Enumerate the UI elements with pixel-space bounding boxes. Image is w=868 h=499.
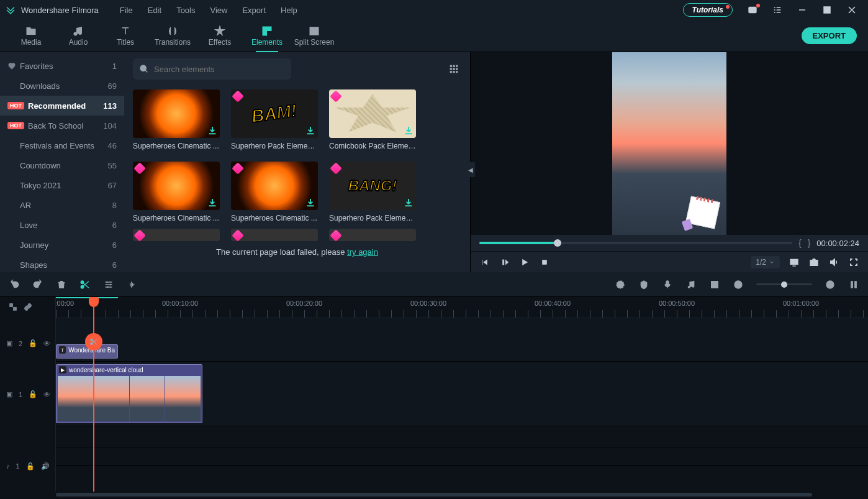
track-audio[interactable] bbox=[56, 447, 868, 466]
menu-export[interactable]: Export bbox=[236, 3, 272, 17]
track-video[interactable]: ▶wondershare-vertical cloud bbox=[56, 362, 868, 426]
tab-transitions[interactable]: Transitions bbox=[149, 20, 196, 52]
category-item[interactable]: HOTRecommended113 bbox=[0, 96, 124, 116]
tutorials-button[interactable]: Tutorials bbox=[683, 3, 733, 17]
search-input[interactable] bbox=[154, 65, 285, 74]
adjust-icon[interactable] bbox=[103, 279, 114, 290]
preview-ratio-select[interactable]: 1/2 bbox=[751, 256, 780, 268]
element-card[interactable] bbox=[133, 229, 220, 241]
category-item[interactable]: Shapes6 bbox=[0, 255, 124, 272]
category-sidebar[interactable]: Favorites1Downloads69HOTRecommended113HO… bbox=[0, 52, 124, 272]
maximize-button[interactable] bbox=[816, 0, 838, 20]
playhead[interactable] bbox=[93, 297, 94, 492]
category-item[interactable]: Favorites1 bbox=[0, 56, 124, 76]
timeline-tracks[interactable]: 00:00:00:0000:00:10:0000:00:20:0000:00:3… bbox=[56, 297, 868, 492]
preview-viewport[interactable] bbox=[471, 52, 868, 235]
menu-help[interactable]: Help bbox=[274, 3, 304, 17]
prev-frame-button[interactable] bbox=[479, 257, 491, 268]
track-add-icon[interactable] bbox=[9, 303, 17, 313]
preview-display-icon[interactable] bbox=[789, 257, 800, 268]
try-again-link[interactable]: try again bbox=[347, 247, 378, 257]
sidebar-collapse-arrow[interactable]: ◀ bbox=[466, 162, 475, 177]
delete-icon[interactable] bbox=[56, 279, 67, 290]
element-card[interactable]: BANG!Superhero Pack Elemen... bbox=[329, 162, 416, 222]
timeline-horizontal-scrollbar[interactable] bbox=[0, 492, 868, 498]
lock-icon[interactable]: 🔓 bbox=[29, 339, 37, 347]
eye-icon[interactable]: 👁 bbox=[43, 340, 50, 347]
element-card[interactable]: BAM!Superhero Pack Elemen... bbox=[231, 89, 318, 150]
category-item[interactable]: Downloads69 bbox=[0, 76, 124, 96]
download-icon[interactable] bbox=[305, 126, 315, 135]
stop-button[interactable] bbox=[539, 257, 550, 268]
category-item[interactable]: Journey6 bbox=[0, 235, 124, 255]
split-icon[interactable] bbox=[79, 279, 91, 290]
lock-icon[interactable]: 🔓 bbox=[29, 390, 37, 398]
mark-out-icon[interactable]: } bbox=[808, 238, 811, 248]
link-icon[interactable] bbox=[24, 303, 32, 313]
track-title[interactable]: TWondershare Ba bbox=[56, 318, 868, 362]
preview-progress-slider[interactable] bbox=[479, 242, 792, 244]
category-item[interactable]: Tokyo 202167 bbox=[0, 175, 124, 195]
crop-icon[interactable] bbox=[709, 279, 720, 290]
play-pause-button[interactable] bbox=[499, 257, 510, 268]
download-icon[interactable] bbox=[305, 198, 315, 208]
element-card[interactable] bbox=[329, 229, 416, 241]
category-item[interactable]: Festivals and Events46 bbox=[0, 135, 124, 155]
tab-media[interactable]: Media bbox=[7, 20, 55, 52]
element-card[interactable] bbox=[231, 229, 318, 241]
messages-icon[interactable] bbox=[741, 0, 764, 20]
category-count: 55 bbox=[108, 161, 117, 170]
tasks-icon[interactable] bbox=[766, 0, 789, 20]
zoom-slider[interactable] bbox=[756, 283, 812, 285]
lock-icon[interactable]: 🔓 bbox=[26, 462, 35, 470]
tab-titles[interactable]: Titles bbox=[102, 20, 149, 52]
category-item[interactable]: AR8 bbox=[0, 195, 124, 215]
eye-icon[interactable]: 👁 bbox=[43, 391, 50, 398]
timeline-ruler[interactable]: 00:00:00:0000:00:10:0000:00:20:0000:00:3… bbox=[56, 297, 868, 318]
video-clip[interactable]: ▶wondershare-vertical cloud bbox=[56, 364, 202, 423]
download-icon[interactable] bbox=[404, 198, 414, 208]
tab-splitscreen[interactable]: Split Screen bbox=[291, 20, 338, 52]
music-icon[interactable] bbox=[685, 279, 697, 290]
marker-icon[interactable] bbox=[638, 279, 649, 290]
scissor-icon[interactable] bbox=[85, 333, 102, 350]
category-item[interactable]: HOTBack To School104 bbox=[0, 116, 124, 135]
tab-elements[interactable]: Elements bbox=[243, 20, 291, 52]
zoom-in-icon[interactable] bbox=[825, 279, 836, 290]
redo-icon[interactable] bbox=[32, 279, 43, 290]
snapshot-icon[interactable] bbox=[808, 257, 820, 268]
timeline-toggle-icon[interactable] bbox=[848, 279, 859, 290]
mark-in-icon[interactable]: { bbox=[798, 238, 802, 248]
fullscreen-icon[interactable] bbox=[848, 257, 859, 268]
volume-icon[interactable] bbox=[828, 257, 839, 268]
category-item[interactable]: Love6 bbox=[0, 215, 124, 235]
zoom-out-icon[interactable] bbox=[733, 279, 744, 290]
category-item[interactable]: Countdown55 bbox=[0, 155, 124, 175]
download-icon[interactable] bbox=[207, 126, 217, 135]
audio-wave-icon[interactable] bbox=[127, 279, 138, 290]
render-icon[interactable] bbox=[615, 279, 626, 290]
voiceover-icon[interactable] bbox=[662, 279, 673, 290]
premium-diamond-icon bbox=[133, 162, 146, 175]
download-icon[interactable] bbox=[404, 126, 414, 135]
search-box[interactable] bbox=[133, 58, 291, 80]
element-card[interactable]: Superheroes Cinematic ... bbox=[231, 162, 318, 222]
menu-edit[interactable]: Edit bbox=[142, 3, 168, 17]
close-button[interactable] bbox=[841, 0, 863, 20]
minimize-button[interactable] bbox=[791, 0, 813, 20]
undo-icon[interactable] bbox=[9, 279, 20, 290]
menu-tools[interactable]: Tools bbox=[170, 3, 201, 17]
tab-audio[interactable]: Audio bbox=[55, 20, 102, 52]
element-card[interactable]: Superheroes Cinematic ... bbox=[133, 89, 220, 150]
grid-view-icon[interactable] bbox=[446, 62, 461, 76]
download-icon[interactable] bbox=[207, 198, 217, 208]
svg-rect-17 bbox=[543, 260, 547, 264]
play-button[interactable] bbox=[519, 257, 530, 268]
export-button[interactable]: EXPORT bbox=[802, 27, 857, 44]
element-card[interactable]: Comicbook Pack Elemen... bbox=[329, 89, 416, 150]
element-card[interactable]: Superheroes Cinematic ... bbox=[133, 162, 220, 222]
tab-effects[interactable]: Effects bbox=[196, 20, 243, 52]
speaker-icon[interactable]: 🔊 bbox=[41, 462, 50, 470]
menu-view[interactable]: View bbox=[204, 3, 233, 17]
menu-file[interactable]: File bbox=[114, 3, 139, 17]
